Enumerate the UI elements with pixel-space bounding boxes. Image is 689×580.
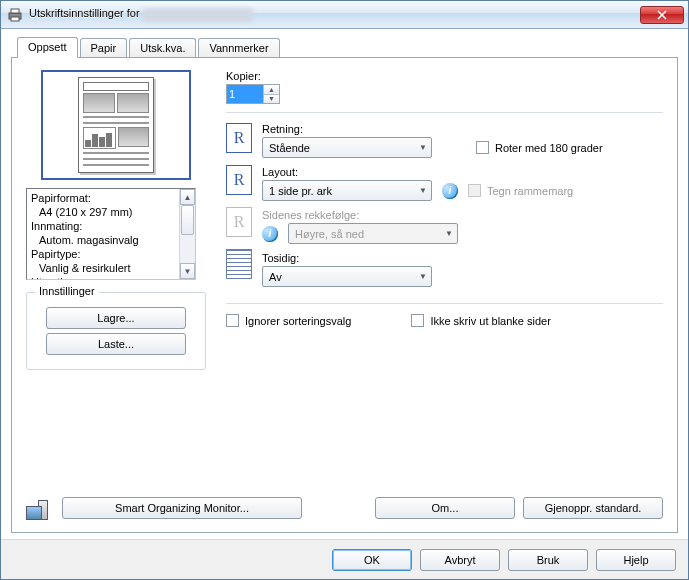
retning-combo[interactable]: Stående▼ <box>262 137 432 158</box>
printer-app-icon <box>7 7 23 23</box>
checkbox-box <box>468 184 481 197</box>
paper-format-content: Papirformat: A4 (210 x 297 mm) Innmating… <box>27 189 179 279</box>
orient-icon-layout: R <box>226 165 252 195</box>
checkbox-box <box>476 141 489 154</box>
window-title: Utskriftsinnstillinger for <box>29 7 640 21</box>
layout-info-icon[interactable]: i <box>442 183 458 199</box>
page-preview <box>41 70 191 180</box>
tabstrip: Oppsett Papir Utsk.kva. Vannmerker <box>11 37 678 58</box>
titlebar: Utskriftsinnstillinger for <box>1 1 688 29</box>
sidenes-info-icon[interactable]: i <box>262 226 278 242</box>
sidenes-combo: Høyre, så ned▼ <box>288 223 458 244</box>
tab-utskkva[interactable]: Utsk.kva. <box>129 38 196 59</box>
separator-2 <box>226 303 663 304</box>
scroll-down-button[interactable]: ▼ <box>180 263 195 279</box>
chevron-down-icon: ▼ <box>445 229 453 238</box>
client-area: Oppsett Papir Utsk.kva. Vannmerker <box>1 29 688 539</box>
orient-icon-portrait: R <box>226 123 252 153</box>
lower-button-bar: Smart Organizing Monitor... Om... Gjenop… <box>26 486 663 520</box>
smart-organizing-monitor-button[interactable]: Smart Organizing Monitor... <box>62 497 302 519</box>
innstillinger-legend: Innstillinger <box>35 285 99 297</box>
scroll-thumb[interactable] <box>181 205 194 235</box>
kopier-down[interactable]: ▼ <box>264 94 279 104</box>
tab-vannmerker[interactable]: Vannmerker <box>198 38 279 59</box>
tosidig-label: Tosidig: <box>262 252 663 264</box>
close-icon <box>657 10 667 20</box>
print-preferences-window: Utskriftsinnstillinger for Oppsett Papir… <box>0 0 689 580</box>
close-button[interactable] <box>640 6 684 24</box>
chevron-down-icon: ▼ <box>419 186 427 195</box>
paper-format-listbox[interactable]: Papirformat: A4 (210 x 297 mm) Innmating… <box>26 188 196 280</box>
restore-defaults-button[interactable]: Gjenoppr. standard. <box>523 497 663 519</box>
chevron-down-icon: ▼ <box>419 143 427 152</box>
kopier-up[interactable]: ▲ <box>264 85 279 94</box>
svg-rect-2 <box>11 17 19 21</box>
cancel-button[interactable]: Avbryt <box>420 549 500 571</box>
separator-1 <box>226 112 663 113</box>
no-blank-checkbox[interactable]: Ikke skriv ut blanke sider <box>411 314 550 327</box>
tosidig-combo[interactable]: Av▼ <box>262 266 432 287</box>
checkbox-box <box>411 314 424 327</box>
orient-icon-duplex <box>226 249 252 279</box>
rotate-180-checkbox[interactable]: Roter med 180 grader <box>476 141 603 154</box>
svg-rect-1 <box>11 9 19 13</box>
window-title-text: Utskriftsinnstillinger for <box>29 7 140 19</box>
scroll-track[interactable] <box>180 205 195 263</box>
layout-label: Layout: <box>262 166 663 178</box>
laste-button[interactable]: Laste... <box>46 333 186 355</box>
dialog-button-bar: OK Avbryt Bruk Hjelp <box>1 539 688 579</box>
tab-oppsett[interactable]: Oppsett <box>17 37 78 58</box>
checkbox-box <box>226 314 239 327</box>
kopier-spinner[interactable]: ▲ ▼ <box>226 84 280 104</box>
retning-label: Retning: <box>262 123 663 135</box>
tab-panel-oppsett: Papirformat: A4 (210 x 297 mm) Innmating… <box>11 57 678 533</box>
scroll-up-button[interactable]: ▲ <box>180 189 195 205</box>
kopier-field: Kopier: ▲ ▼ <box>226 70 663 104</box>
orientation-icons: R R R <box>226 123 252 295</box>
kopier-label: Kopier: <box>226 70 663 82</box>
lagre-button[interactable]: Lagre... <box>46 307 186 329</box>
tegn-rammemarg-checkbox: Tegn rammemarg <box>468 184 573 197</box>
paper-format-scrollbar[interactable]: ▲ ▼ <box>179 189 195 279</box>
help-button[interactable]: Hjelp <box>596 549 676 571</box>
layout-combo[interactable]: 1 side pr. ark▼ <box>262 180 432 201</box>
orient-icon-order: R <box>226 207 252 237</box>
tab-papir[interactable]: Papir <box>80 38 128 59</box>
innstillinger-group: Innstillinger Lagre... Laste... <box>26 292 206 370</box>
monitor-icon <box>26 496 54 520</box>
chevron-down-icon: ▼ <box>419 272 427 281</box>
ignore-sort-checkbox[interactable]: Ignorer sorteringsvalg <box>226 314 351 327</box>
kopier-input[interactable] <box>227 85 263 103</box>
apply-button[interactable]: Bruk <box>508 549 588 571</box>
sidenes-label: Sidenes rekkefølge: <box>262 209 663 221</box>
window-title-devicename <box>143 8 253 22</box>
om-button[interactable]: Om... <box>375 497 515 519</box>
ok-button[interactable]: OK <box>332 549 412 571</box>
page-preview-page <box>78 77 154 173</box>
